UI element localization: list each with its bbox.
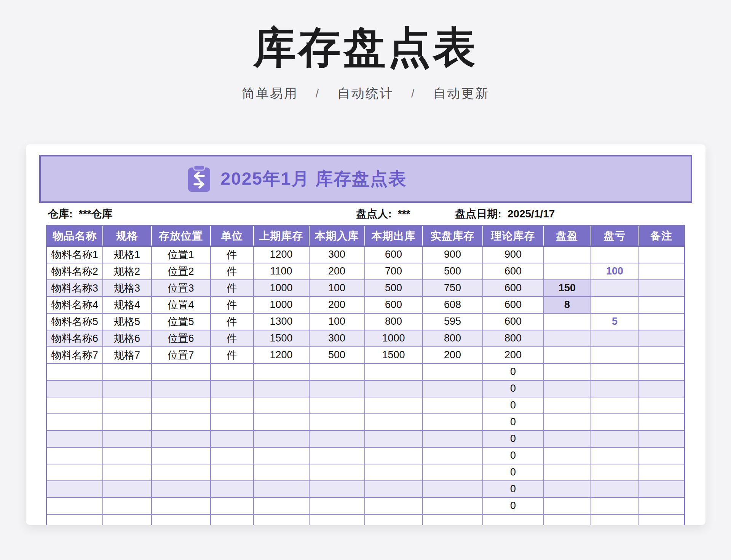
column-header-actual-stock: 实盘库存 (423, 226, 483, 246)
cell-surplus (544, 414, 591, 431)
cell-prev-stock (254, 464, 309, 481)
page-title: 库存盘点表 (0, 21, 731, 74)
cell-location (152, 498, 211, 514)
cell-location (152, 397, 211, 414)
cell-spec: 规格5 (103, 313, 152, 330)
cell-loss (591, 246, 639, 263)
cell-location (152, 431, 211, 447)
cell-item-name: 物料名称7 (47, 347, 103, 364)
cell-actual-stock: 500 (423, 263, 483, 280)
cell-item-name (47, 481, 103, 498)
cell-theoretical-stock: 800 (483, 330, 544, 347)
cell-spec (103, 464, 152, 481)
cell-surplus (544, 397, 591, 414)
cell-remark (639, 347, 685, 364)
cell-prev-stock: 1200 (254, 246, 309, 263)
cell-inbound (309, 464, 365, 481)
cell-loss (591, 347, 639, 364)
cell-item-name: 物料名称6 (47, 330, 103, 347)
cell-theoretical-stock: 600 (483, 313, 544, 330)
cell-theoretical-stock: 0 (483, 498, 544, 514)
cell-inbound: 300 (309, 330, 365, 347)
cell-actual-stock (423, 414, 483, 431)
cell-actual-stock (423, 380, 483, 397)
table-row: 物料名称2规格2位置2件1100200700500600100 (47, 263, 685, 280)
subtitle-item: 自动更新 (433, 85, 489, 102)
cell-outbound (365, 364, 423, 380)
cell-unit (211, 481, 254, 498)
cell-location (152, 414, 211, 431)
cell-actual-stock: 200 (423, 347, 483, 364)
cell-inbound (309, 414, 365, 431)
cell-surplus (544, 431, 591, 447)
cell-loss (591, 297, 639, 313)
cell-remark (639, 498, 685, 514)
info-row: 仓库: ***仓库 盘点人: *** 盘点日期: 2025/1/17 (39, 203, 692, 225)
banner-title: 2025年1月 库存盘点表 (221, 167, 407, 191)
cell-surplus: 150 (544, 280, 591, 297)
date-value: 2025/1/17 (508, 208, 555, 220)
cell-outbound (365, 514, 423, 525)
cell-unit (211, 397, 254, 414)
cell-prev-stock (254, 447, 309, 464)
cell-actual-stock: 800 (423, 330, 483, 347)
cell-remark (639, 364, 685, 380)
cell-location: 位置6 (152, 330, 211, 347)
cell-actual-stock: 900 (423, 246, 483, 263)
cell-actual-stock: 608 (423, 297, 483, 313)
cell-loss (591, 514, 639, 525)
cell-outbound: 1000 (365, 330, 423, 347)
cell-outbound: 500 (365, 280, 423, 297)
cell-location: 位置7 (152, 347, 211, 364)
table-row: 0 (47, 380, 685, 397)
cell-remark (639, 280, 685, 297)
cell-location: 位置4 (152, 297, 211, 313)
cell-remark (639, 464, 685, 481)
cell-theoretical-stock: 900 (483, 246, 544, 263)
cell-location (152, 380, 211, 397)
cell-location (152, 447, 211, 464)
cell-loss (591, 464, 639, 481)
cell-prev-stock (254, 514, 309, 525)
table-row: 0 (47, 364, 685, 380)
column-header-surplus: 盘盈 (544, 226, 591, 246)
cell-theoretical-stock: 0 (483, 397, 544, 414)
cell-loss (591, 280, 639, 297)
cell-surplus (544, 464, 591, 481)
cell-outbound (365, 498, 423, 514)
cell-unit (211, 464, 254, 481)
cell-theoretical-stock (483, 514, 544, 525)
cell-item-name (47, 397, 103, 414)
cell-outbound (365, 464, 423, 481)
cell-unit (211, 447, 254, 464)
cell-location: 位置2 (152, 263, 211, 280)
clipboard-transfer-icon (187, 164, 211, 193)
cell-actual-stock (423, 481, 483, 498)
cell-loss (591, 481, 639, 498)
cell-spec (103, 397, 152, 414)
cell-spec: 规格6 (103, 330, 152, 347)
cell-item-name (47, 498, 103, 514)
subtitle-item: 自动统计 (337, 85, 394, 102)
subtitle-separator: / (411, 87, 415, 100)
table-row: 0 (47, 414, 685, 431)
column-header-unit: 单位 (211, 226, 254, 246)
sheet-card: 2025年1月 库存盘点表 仓库: ***仓库 盘点人: *** 盘点日期: 2… (26, 144, 705, 525)
cell-spec (103, 431, 152, 447)
cell-unit (211, 498, 254, 514)
cell-loss (591, 431, 639, 447)
cell-inbound: 100 (309, 280, 365, 297)
date-label: 盘点日期: (455, 207, 501, 221)
cell-unit (211, 380, 254, 397)
cell-spec (103, 481, 152, 498)
subtitle-separator: / (316, 87, 320, 100)
table-row: 0 (47, 498, 685, 514)
cell-spec (103, 364, 152, 380)
warehouse-label: 仓库: (48, 207, 73, 221)
column-header-spec: 规格 (103, 226, 152, 246)
cell-spec (103, 380, 152, 397)
cell-loss (591, 364, 639, 380)
cell-inbound: 300 (309, 246, 365, 263)
cell-inbound: 100 (309, 313, 365, 330)
cell-unit (211, 514, 254, 525)
